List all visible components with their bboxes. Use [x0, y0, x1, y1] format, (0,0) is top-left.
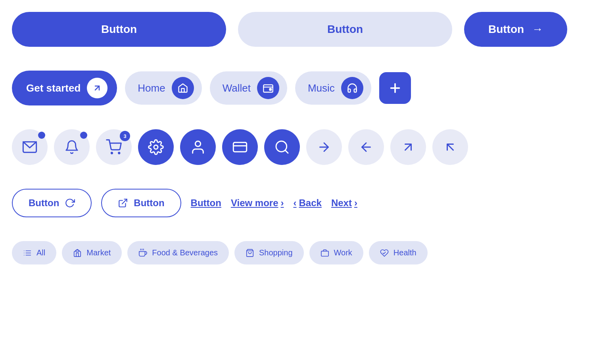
category-work-label: Work	[334, 248, 352, 257]
back-chevron-icon: ‹	[294, 197, 297, 209]
button-row-1: Button Button Button →	[8, 12, 587, 47]
primary-arrow-button[interactable]: Button →	[464, 12, 567, 47]
wallet-icon	[257, 77, 279, 99]
get-started-button[interactable]: Get started	[12, 71, 117, 105]
text-button[interactable]: Button	[191, 197, 221, 209]
svg-line-0	[95, 86, 99, 90]
icon-circle-row: 3	[8, 129, 587, 165]
mail-badge	[38, 132, 45, 139]
svg-rect-11	[233, 142, 246, 151]
outline-external-button[interactable]: Button	[101, 189, 181, 217]
mail-button[interactable]	[12, 129, 48, 165]
back-label: Back	[299, 197, 322, 209]
svg-rect-3	[269, 88, 271, 90]
home-label: Home	[138, 82, 165, 94]
svg-point-7	[111, 152, 112, 153]
work-icon	[321, 249, 329, 257]
category-pill-row: All Market Food & Beverages Shopping	[8, 241, 587, 264]
category-shopping-label: Shopping	[259, 248, 293, 257]
health-icon	[380, 249, 389, 257]
refresh-icon	[65, 198, 75, 208]
outline-refresh-button[interactable]: Button	[12, 189, 92, 217]
list-icon	[23, 249, 32, 257]
get-started-label: Get started	[26, 82, 81, 94]
category-all[interactable]: All	[12, 241, 56, 264]
cart-badge: 3	[120, 131, 130, 141]
svg-line-14	[285, 150, 288, 153]
view-more-label: View more	[231, 197, 278, 209]
outline-button-row: Button Button Button View more › ‹ Back …	[8, 189, 587, 217]
wallet-button[interactable]: Wallet	[210, 71, 287, 105]
secondary-button-1[interactable]: Button	[238, 12, 452, 47]
svg-line-18	[447, 144, 453, 150]
outline-btn2-label: Button	[134, 197, 164, 209]
view-more-arrow-icon: ›	[281, 197, 284, 209]
cart-button[interactable]: 3	[96, 129, 132, 165]
home-icon	[172, 77, 194, 99]
home-button[interactable]: Home	[125, 71, 202, 105]
settings-button[interactable]	[138, 129, 174, 165]
svg-point-10	[195, 141, 200, 146]
icon-button-row: Get started Home Wallet	[8, 71, 587, 105]
view-more-button[interactable]: View more ›	[231, 197, 284, 209]
music-label: Music	[308, 82, 335, 94]
arrow-left-button[interactable]	[348, 129, 384, 165]
svg-line-17	[405, 144, 411, 150]
notification-badge	[80, 132, 87, 139]
market-icon	[73, 249, 82, 257]
food-icon	[138, 249, 147, 257]
svg-point-8	[119, 152, 120, 153]
category-shopping[interactable]: Shopping	[234, 241, 304, 264]
category-work[interactable]: Work	[309, 241, 363, 264]
add-button[interactable]	[379, 72, 411, 104]
back-button[interactable]: ‹ Back	[294, 197, 322, 209]
svg-line-19	[122, 199, 127, 204]
next-label: Next	[331, 197, 352, 209]
category-market-label: Market	[86, 248, 111, 257]
profile-button[interactable]	[180, 129, 216, 165]
arrow-right-button[interactable]	[306, 129, 342, 165]
category-food-label: Food & Beverages	[152, 248, 218, 257]
category-all-label: All	[36, 248, 45, 257]
headphones-icon	[341, 77, 363, 99]
category-health-label: Health	[393, 248, 416, 257]
notification-button[interactable]	[54, 129, 90, 165]
primary-arrow-button-label: Button	[488, 23, 524, 36]
arrow-ne-button[interactable]	[390, 129, 426, 165]
music-button[interactable]: Music	[295, 71, 371, 105]
card-button[interactable]	[222, 129, 258, 165]
category-health[interactable]: Health	[369, 241, 428, 264]
arrow-nw-button[interactable]	[432, 129, 468, 165]
arrow-right-icon: →	[532, 23, 543, 36]
outline-btn1-label: Button	[29, 197, 59, 209]
wallet-label: Wallet	[223, 82, 251, 94]
arrow-ne-icon	[87, 78, 107, 98]
shopping-icon	[246, 249, 254, 257]
next-chevron-icon: ›	[354, 197, 357, 209]
external-link-icon	[118, 198, 128, 208]
search-button[interactable]	[264, 129, 300, 165]
svg-rect-26	[76, 250, 79, 252]
svg-point-9	[154, 145, 158, 149]
category-market[interactable]: Market	[62, 241, 122, 264]
category-food[interactable]: Food & Beverages	[127, 241, 229, 264]
svg-rect-31	[321, 251, 328, 256]
primary-button-1[interactable]: Button	[12, 12, 226, 47]
next-button[interactable]: Next ›	[331, 197, 357, 209]
